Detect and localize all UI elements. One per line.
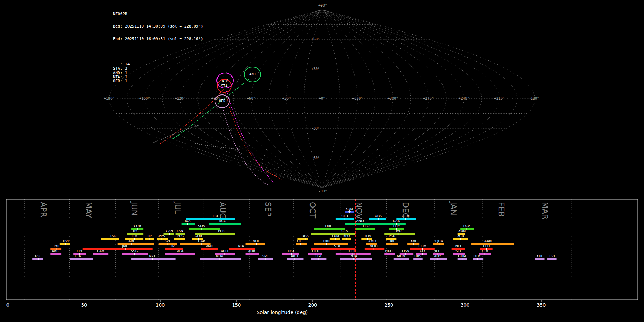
month-label: NOV [355, 202, 364, 219]
trail-oer-descend [223, 108, 270, 186]
shower-code-label: XVI [410, 239, 416, 243]
shower-code-label: NTA [351, 254, 357, 258]
shower-obs: OBS [369, 214, 386, 220]
lon-label: +270° [423, 97, 434, 101]
lon-label: +180° [104, 97, 114, 101]
shower-code-label: XHE [536, 254, 543, 258]
lon-label: +300° [387, 97, 398, 101]
shower-hvi: HVI [60, 239, 70, 245]
shower-cam: CAM [93, 249, 109, 255]
shower-qua: QUA [433, 239, 444, 245]
shower-lum: LUM [330, 234, 340, 240]
lon-label: +330° [352, 97, 363, 101]
x-tick-label: 350 [537, 302, 546, 308]
shower-code-label: FAN [177, 229, 183, 233]
lat-label: -60° [311, 156, 320, 160]
shower-code-label: AAN [484, 239, 492, 243]
station-id: NZ002R [113, 12, 203, 16]
radio-meteor-observation-screen: NZ002R Beg: 20251110 14:30:09 (sol = 228… [0, 0, 644, 322]
shower-code-label: URS [414, 254, 421, 258]
shower-code-label: OBS [375, 214, 382, 218]
x-tick-label: 250 [385, 302, 394, 308]
shower-code-label: FRI [213, 214, 218, 218]
lon-label: +150° [139, 97, 150, 101]
radiant-label: AND [249, 72, 256, 76]
shower-code-label: TAH [109, 234, 117, 238]
x-tick-label: 150 [232, 302, 241, 308]
lat-label: -30° [311, 126, 320, 130]
shower-iip: IIP [145, 234, 154, 240]
trail-sta-descend [225, 94, 282, 179]
shower-code-label: DRA [302, 234, 309, 238]
shower-code-label: IXA [185, 219, 191, 223]
shower-code-label: PAU [206, 244, 213, 248]
x-tick-label: 0 [6, 302, 9, 308]
shower-code-label: GEM [402, 214, 410, 218]
month-label: MAY [84, 202, 93, 218]
shower-code-label: EGE [315, 254, 322, 258]
shower-ori: ORI [314, 239, 348, 245]
shower-code-label: DSV [402, 249, 409, 253]
shower-code-label: FED [483, 244, 490, 248]
shower-code-label: NZC [149, 254, 157, 258]
shower-code-label: NCC [455, 244, 463, 248]
shower-dkd: DKD [384, 249, 395, 255]
month-label: APR [39, 202, 48, 218]
shower-pca: PCA [165, 249, 195, 255]
shower-code-label: AVB [52, 249, 59, 253]
shower-fri: FRI [186, 214, 235, 220]
shower-code-label: OHY [474, 254, 481, 258]
shower-code-label: RPU [343, 234, 350, 238]
shower-mon: MON [394, 254, 409, 260]
shower-bars: KUMFRISLDOBSGEMIXAKCGANDDADCORSDALMILEOE… [32, 207, 556, 260]
shower-code-label: ETA [75, 254, 81, 258]
shower-code-label: LUM [332, 234, 339, 238]
shower-code-label: COM [419, 244, 426, 248]
shower-code-label: PPS [159, 234, 165, 238]
shower-code-label: KUM [346, 207, 353, 211]
lat-label: -90° [318, 189, 327, 193]
shower-code-label: DKD [385, 249, 393, 253]
shower-code-label: CTA [341, 229, 348, 233]
shower-zcs: ZCS [174, 234, 185, 240]
shower-ixa: IXA [182, 219, 195, 225]
shower-code-label: PCA [177, 249, 184, 253]
shower-code-label: AMO [368, 239, 376, 243]
shower-ohy: OHY [473, 254, 483, 260]
month-label: SEP [264, 202, 273, 216]
shower-code-label: AND [356, 219, 364, 223]
shower-code-label: AHY [434, 254, 441, 258]
shower-gum: GUM [458, 254, 467, 260]
shower-code-label: NDA [216, 254, 224, 258]
shower-aur: AUR [246, 249, 259, 255]
shower-code-label: DAD [393, 219, 400, 223]
shower-code-label: LMI [325, 224, 331, 228]
shower-code-label: FEV [482, 249, 488, 253]
separator-line: ------------------------------------- [113, 50, 203, 54]
shower-sld: SLD [336, 214, 354, 220]
shower-code-label: PSU [389, 234, 395, 238]
shower-code-label: QUA [435, 239, 443, 243]
month-label: JUL [173, 201, 182, 215]
shower-leo: LEO [355, 224, 375, 230]
shower-xhe: XHE [535, 254, 545, 260]
shower-code-label: NOO [370, 244, 377, 248]
shower-noo: NOO [365, 244, 384, 250]
shower-tah: TAH [101, 234, 119, 240]
shower-ard: ARD [287, 254, 304, 260]
lon-label: +60° [247, 97, 255, 101]
shower-code-label: CAN [166, 229, 173, 233]
shower-nta: NTA [340, 254, 372, 260]
shower-code-label: LYR [54, 244, 60, 248]
shower-kcg: KCG [209, 219, 241, 225]
shower-ahy: AHY [430, 254, 447, 260]
radiant-label: STA [221, 84, 228, 88]
shower-avb: AVB [50, 249, 61, 255]
month-label: MAR [541, 202, 550, 219]
lon-label: +210° [494, 97, 505, 101]
shower-code-label: OCT [297, 239, 304, 243]
shower-code-label: KCG [219, 219, 226, 223]
shower-code-label: GDR [195, 234, 203, 238]
shower-kse: KSE [32, 254, 43, 260]
x-tick-label: 100 [156, 302, 165, 308]
